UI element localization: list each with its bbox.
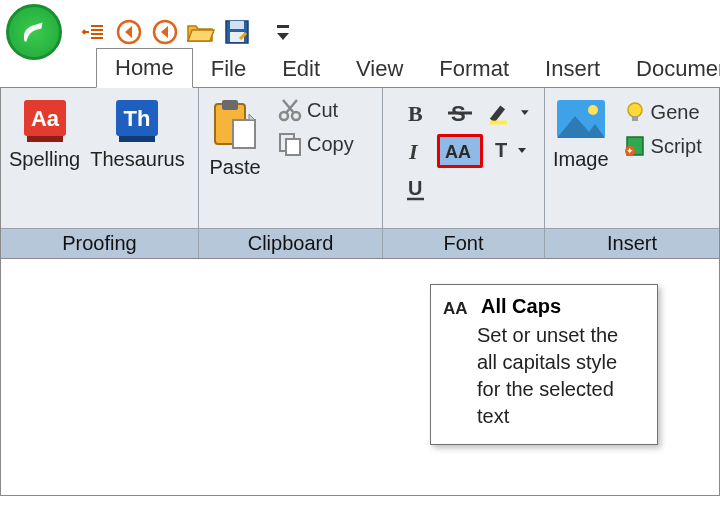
image-icon bbox=[555, 96, 607, 144]
font-empty-cell bbox=[487, 172, 529, 206]
chevron-down-icon bbox=[521, 109, 529, 117]
svg-text:I: I bbox=[408, 139, 419, 163]
svg-text:✦: ✦ bbox=[626, 146, 634, 156]
tooltip-title: All Caps bbox=[481, 295, 561, 318]
paste-button[interactable]: Paste bbox=[207, 94, 263, 179]
svg-text:T: T bbox=[495, 139, 507, 161]
back-icon[interactable] bbox=[114, 17, 144, 47]
strikethrough-icon: S bbox=[447, 101, 473, 125]
tab-home[interactable]: Home bbox=[96, 48, 193, 88]
paste-icon bbox=[207, 96, 263, 152]
cut-label: Cut bbox=[307, 99, 338, 122]
svg-rect-13 bbox=[222, 100, 238, 110]
svg-text:B: B bbox=[408, 101, 423, 125]
group-label-insert: Insert bbox=[545, 228, 719, 258]
font-color-button[interactable]: T bbox=[487, 134, 529, 168]
chevron-down-icon bbox=[518, 147, 526, 155]
highlighter-icon bbox=[487, 101, 519, 125]
svg-text:Th: Th bbox=[124, 106, 151, 131]
svg-rect-11 bbox=[119, 136, 155, 142]
svg-rect-8 bbox=[27, 136, 63, 142]
group-proofing: Aa Spelling Th Thesaurus Proofing bbox=[1, 88, 199, 258]
script-button[interactable]: ✦ Script bbox=[619, 130, 706, 162]
tooltip-all-caps: AA All Caps Set or unset the all capital… bbox=[430, 284, 658, 445]
all-caps-icon: AA bbox=[443, 297, 473, 317]
underline-button[interactable]: U bbox=[399, 172, 433, 206]
bold-icon: B bbox=[404, 101, 428, 125]
all-caps-icon: AA bbox=[444, 140, 476, 162]
svg-rect-5 bbox=[277, 25, 289, 28]
tab-format[interactable]: Format bbox=[421, 50, 527, 88]
italic-icon: I bbox=[405, 139, 427, 163]
copy-button[interactable]: Copy bbox=[273, 128, 358, 160]
group-label-font: Font bbox=[383, 228, 544, 258]
image-button[interactable]: Image bbox=[553, 94, 609, 171]
script-label: Script bbox=[651, 135, 702, 158]
font-color-icon: T bbox=[490, 139, 516, 163]
generate-label: Gene bbox=[651, 101, 700, 124]
font-empty-cell bbox=[437, 172, 483, 206]
tab-view[interactable]: View bbox=[338, 50, 421, 88]
svg-text:AA: AA bbox=[445, 142, 471, 162]
underline-icon: U bbox=[404, 177, 428, 201]
thesaurus-icon: Th bbox=[113, 96, 161, 144]
app-logo[interactable] bbox=[6, 4, 62, 60]
back-icon[interactable] bbox=[150, 17, 180, 47]
tab-file[interactable]: File bbox=[193, 50, 264, 88]
bold-button[interactable]: B bbox=[399, 96, 433, 130]
svg-rect-18 bbox=[286, 139, 300, 155]
paste-label: Paste bbox=[209, 156, 260, 179]
all-caps-button[interactable]: AA bbox=[437, 134, 483, 168]
copy-icon bbox=[277, 131, 303, 157]
thesaurus-label: Thesaurus bbox=[90, 148, 185, 171]
svg-text:Aa: Aa bbox=[31, 106, 60, 131]
strikethrough-button[interactable]: S bbox=[437, 96, 483, 130]
generate-button[interactable]: Gene bbox=[619, 96, 706, 128]
image-label: Image bbox=[553, 148, 609, 171]
customize-qat-icon[interactable] bbox=[268, 17, 298, 47]
save-icon[interactable] bbox=[222, 17, 252, 47]
spelling-label: Spelling bbox=[9, 148, 80, 171]
ribbon: Aa Spelling Th Thesaurus Proofing bbox=[0, 87, 720, 259]
outdent-icon[interactable] bbox=[78, 17, 108, 47]
svg-rect-31 bbox=[632, 116, 638, 121]
copy-label: Copy bbox=[307, 133, 354, 156]
group-insert: Image Gene ✦ Script Insert bbox=[545, 88, 719, 258]
script-icon: ✦ bbox=[623, 134, 647, 158]
ribbon-tabs: Home File Edit View Format Insert Docume… bbox=[0, 48, 720, 88]
highlight-color-button[interactable] bbox=[487, 96, 529, 130]
tab-insert[interactable]: Insert bbox=[527, 50, 618, 88]
group-font: B S I AA T bbox=[383, 88, 545, 258]
spelling-icon: Aa bbox=[21, 96, 69, 144]
svg-text:AA: AA bbox=[443, 299, 468, 317]
svg-rect-22 bbox=[489, 121, 506, 125]
cut-icon bbox=[277, 97, 303, 123]
cut-button[interactable]: Cut bbox=[273, 94, 358, 126]
italic-button[interactable]: I bbox=[399, 134, 433, 168]
lightbulb-icon bbox=[623, 100, 647, 124]
thesaurus-button[interactable]: Th Thesaurus bbox=[90, 94, 185, 171]
svg-rect-14 bbox=[233, 120, 255, 148]
tooltip-description: Set or unset the all capitals style for … bbox=[443, 322, 643, 430]
group-label-proofing: Proofing bbox=[1, 228, 198, 258]
open-folder-icon[interactable] bbox=[186, 17, 216, 47]
spelling-button[interactable]: Aa Spelling bbox=[9, 94, 80, 171]
svg-rect-3 bbox=[230, 21, 244, 29]
svg-point-29 bbox=[588, 105, 598, 115]
group-clipboard: Paste Cut Copy bbox=[199, 88, 383, 258]
group-label-clipboard: Clipboard bbox=[199, 228, 382, 258]
tab-edit[interactable]: Edit bbox=[264, 50, 338, 88]
svg-point-30 bbox=[628, 103, 642, 117]
tab-document[interactable]: Document bbox=[618, 50, 720, 88]
svg-text:U: U bbox=[408, 177, 422, 199]
